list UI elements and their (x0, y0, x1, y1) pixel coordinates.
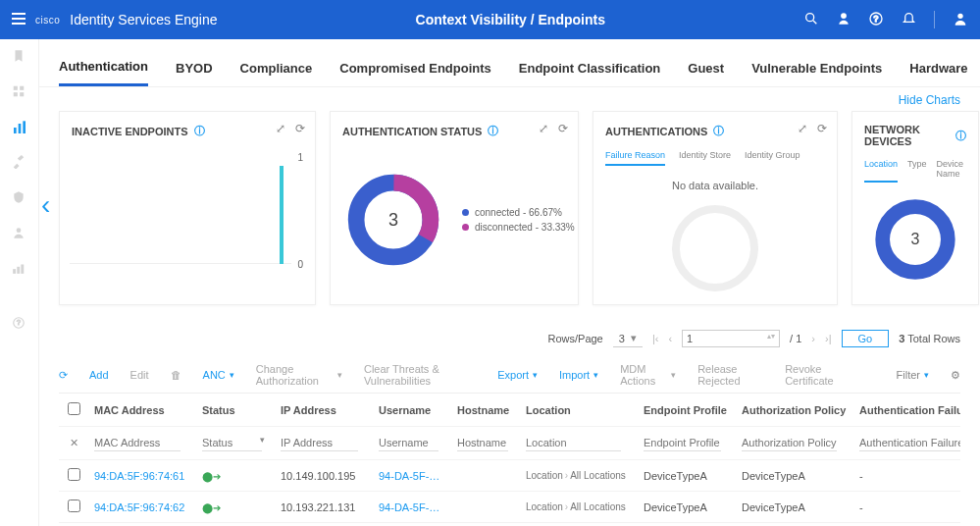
user-link[interactable]: 94-DA-5F-… (379, 470, 439, 482)
dashlet-network-devices: NETWORK DEVICESⓘ Location Type Device Na… (851, 111, 979, 305)
filter-user[interactable] (379, 435, 438, 451)
table-row: 94:DA:5F:96:74:61⬤➔10.149.100.19594-DA-5… (59, 460, 960, 492)
chevron-down-icon: ▾ (671, 370, 676, 380)
subtab-location[interactable]: Location (864, 155, 898, 183)
col-ip[interactable]: IP Address (275, 396, 373, 424)
user-link[interactable]: 94-DA-5F-… (379, 501, 439, 513)
info-icon[interactable]: ⓘ (488, 124, 498, 138)
clear-filter-icon[interactable]: ✕ (70, 437, 78, 448)
next-page-icon[interactable]: › (811, 333, 815, 344)
filter-host[interactable] (457, 435, 508, 451)
topbar: cisco Identity Services Engine Context V… (0, 0, 980, 39)
menu-icon[interactable] (12, 13, 26, 27)
notifications-icon[interactable] (902, 11, 916, 28)
refresh-icon[interactable]: ⟳ (558, 122, 568, 135)
subtab-identity-group[interactable]: Identity Group (745, 146, 800, 166)
delete-icon[interactable]: 🗑 (171, 369, 181, 381)
help-icon[interactable]: ? (868, 11, 884, 29)
col-status[interactable]: Status (196, 396, 275, 424)
col-mac[interactable]: MAC Address (88, 396, 196, 424)
filter-loc[interactable] (526, 435, 621, 451)
svg-line-1 (813, 21, 816, 24)
rail-workcenter-icon[interactable] (12, 261, 27, 277)
rail-visibility-icon[interactable] (12, 120, 27, 135)
row-checkbox[interactable] (68, 500, 80, 512)
brand-logo: cisco (35, 15, 60, 26)
row-checkbox[interactable] (68, 468, 80, 481)
filter-mac[interactable] (94, 435, 181, 451)
col-auth[interactable]: Authorization Policy (736, 396, 853, 424)
gear-icon[interactable]: ⚙ (951, 369, 960, 382)
export-dropdown[interactable]: Export ▾ (497, 369, 538, 381)
col-reason[interactable]: Authentication Failure Re… (853, 396, 960, 424)
rail-help-icon[interactable]: ? (12, 316, 27, 332)
first-page-icon[interactable]: |‹ (652, 333, 659, 344)
prev-page-icon[interactable]: ‹ (668, 333, 672, 344)
grid-header: MAC Address Status IP Address Username H… (59, 394, 960, 427)
subtab-failure-reason[interactable]: Failure Reason (605, 146, 665, 166)
tab-guest[interactable]: Guest (688, 51, 724, 85)
info-icon[interactable]: ⓘ (955, 129, 966, 143)
anc-dropdown[interactable]: ANC ▾ (203, 369, 234, 381)
refresh-icon[interactable]: ⟳ (59, 369, 68, 382)
filter-reason[interactable] (859, 435, 960, 451)
tab-authentication[interactable]: Authentication (59, 49, 148, 86)
left-nav: ? (0, 39, 39, 526)
subtab-identity-store[interactable]: Identity Store (679, 146, 731, 166)
filter-prof[interactable] (644, 435, 721, 451)
mac-link[interactable]: 94:DA:5F:96:74:61 (94, 470, 184, 482)
refresh-icon[interactable]: ⟳ (817, 122, 827, 135)
rail-admin-icon[interactable] (12, 226, 27, 241)
col-user[interactable]: Username (373, 396, 451, 424)
import-dropdown[interactable]: Import ▾ (559, 369, 598, 381)
last-page-icon[interactable]: ›| (825, 333, 832, 344)
filter-status[interactable] (202, 435, 262, 451)
rail-tools-icon[interactable] (12, 155, 27, 171)
filter-auth[interactable] (742, 435, 837, 451)
alerts-icon[interactable] (837, 12, 851, 28)
subtab-device-name[interactable]: Device Name (937, 155, 966, 183)
host-cell (451, 468, 520, 484)
popout-icon[interactable]: ⤢ (276, 122, 285, 135)
clear-threats-button[interactable]: Clear Threats & Vulnerabilities (364, 363, 476, 387)
rail-policy-icon[interactable] (12, 190, 27, 206)
tab-hardware[interactable]: Hardware (909, 51, 967, 85)
select-all-checkbox[interactable] (68, 402, 80, 415)
revoke-cert-button[interactable]: Revoke Certificate (785, 363, 852, 387)
subtab-type[interactable]: Type (907, 155, 927, 183)
change-auth-dropdown[interactable]: Change Authorization ▾ (256, 363, 342, 387)
edit-button[interactable]: Edit (130, 369, 149, 381)
loc-cell: Location›All Locations (520, 462, 638, 489)
release-rejected-button[interactable]: Release Rejected (697, 363, 763, 387)
col-loc[interactable]: Location (520, 396, 638, 424)
add-button[interactable]: Add (89, 369, 109, 381)
tab-classification[interactable]: Endpoint Classification (519, 51, 660, 85)
rows-per-page-select[interactable]: 3▾ (613, 330, 643, 347)
brand-name: Identity Services Engine (70, 12, 217, 27)
filter-dropdown[interactable]: Filter ▾ (897, 369, 929, 381)
mac-link[interactable]: 94:DA:5F:96:74:62 (94, 501, 184, 513)
table-toolbar: ⟳ Add Edit 🗑 ANC ▾ Change Authorization … (59, 357, 960, 393)
hide-charts-link[interactable]: Hide Charts (899, 93, 960, 107)
popout-icon[interactable]: ⤢ (798, 122, 807, 135)
mdm-dropdown[interactable]: MDM Actions ▾ (620, 363, 676, 387)
go-button[interactable]: Go (842, 330, 890, 347)
col-host[interactable]: Hostname (451, 396, 520, 424)
tab-compromised[interactable]: Compromised Endpoints (339, 51, 491, 85)
col-prof[interactable]: Endpoint Profile (638, 396, 736, 424)
tab-compliance[interactable]: Compliance (240, 51, 313, 85)
tab-byod[interactable]: BYOD (176, 51, 213, 85)
search-icon[interactable] (803, 11, 819, 29)
info-icon[interactable]: ⓘ (194, 124, 205, 138)
rail-bookmark-icon[interactable] (12, 49, 27, 65)
user-icon[interactable] (953, 11, 968, 29)
chevron-down-icon: ▾ (260, 435, 265, 445)
popout-icon[interactable]: ⤢ (539, 122, 548, 135)
info-icon[interactable]: ⓘ (713, 124, 724, 138)
filter-ip[interactable] (281, 435, 358, 451)
tab-vulnerable[interactable]: Vulnerable Endpoints (751, 51, 882, 85)
refresh-icon[interactable]: ⟳ (295, 122, 305, 135)
pager: Rows/Page 3▾ |‹ ‹ 1▴▾ / 1 › ›| Go 3 Tota… (59, 330, 960, 347)
rail-dashboard-icon[interactable] (12, 84, 27, 100)
page-input[interactable]: 1▴▾ (682, 330, 780, 347)
